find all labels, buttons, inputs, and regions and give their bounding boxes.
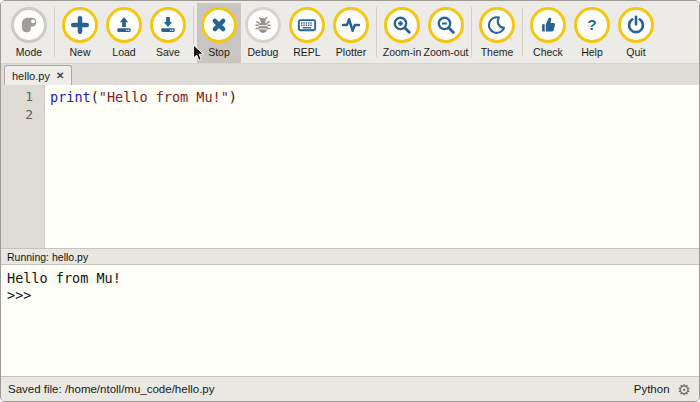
upload-icon <box>106 7 142 43</box>
gear-icon[interactable]: ⚙ <box>678 382 691 397</box>
toolbar-button-label: Theme <box>481 46 514 58</box>
plain-token: ) <box>229 89 237 105</box>
toolbar-button-mode[interactable]: Mode <box>7 3 51 63</box>
toolbar-button-label: Load <box>112 46 135 58</box>
toolbar-button-label: Check <box>533 46 563 58</box>
plus-icon <box>62 7 98 43</box>
toolbar-button-label: Zoom-out <box>424 46 469 58</box>
mode-indicator: Python <box>634 383 670 395</box>
toolbar-button-label: Stop <box>208 46 230 58</box>
mu-editor-window: ModeNewLoadSaveStopDebugREPLPlotterZoom-… <box>0 0 700 402</box>
toolbar-separator <box>471 7 472 57</box>
tab-hello-py[interactable]: hello.py ✕ <box>4 65 72 85</box>
toolbar-button-plotter[interactable]: Plotter <box>329 3 373 63</box>
toolbar-group: Zoom-inZoom-out <box>380 3 468 63</box>
toolbar-button-label: Zoom-in <box>383 46 422 58</box>
running-header: Running: hello.py <box>1 248 699 265</box>
toolbar-group: Check?HelpQuit <box>526 3 658 63</box>
toolbar: ModeNewLoadSaveStopDebugREPLPlotterZoom-… <box>1 1 699 63</box>
toolbar-button-label: Mode <box>16 46 42 58</box>
thumbs-up-icon <box>530 7 566 43</box>
toolbar-button-quit[interactable]: Quit <box>614 3 658 63</box>
string-token: "Hello from Mu!" <box>99 89 229 105</box>
toolbar-separator <box>54 7 55 57</box>
power-icon <box>618 7 654 43</box>
keyboard-icon <box>289 7 325 43</box>
running-label: Running: hello.py <box>7 251 88 263</box>
code-line: print("Hello from Mu!") <box>50 88 699 106</box>
toolbar-button-load[interactable]: Load <box>102 3 146 63</box>
toolbar-button-label: Save <box>156 46 180 58</box>
line-number: 2 <box>1 106 33 124</box>
code-editor[interactable]: 12 print("Hello from Mu!") <box>1 85 699 248</box>
zoom-in-icon <box>384 7 420 43</box>
output-line: >>> <box>7 287 699 304</box>
tab-label: hello.py <box>12 70 50 82</box>
bug-icon <box>245 7 281 43</box>
code-area[interactable]: print("Hello from Mu!") <box>45 85 699 248</box>
toolbar-button-label: Quit <box>626 46 645 58</box>
toolbar-button-zoom-in[interactable]: Zoom-in <box>380 3 424 63</box>
mouse-cursor <box>192 44 205 67</box>
toolbar-button-label: Help <box>581 46 603 58</box>
keyword-token: print <box>50 89 91 105</box>
toolbar-separator <box>522 7 523 57</box>
moon-icon <box>479 7 515 43</box>
tab-bar: hello.py ✕ <box>1 63 699 85</box>
toolbar-button-repl[interactable]: REPL <box>285 3 329 63</box>
tab-close-icon[interactable]: ✕ <box>56 71 64 81</box>
svg-text:?: ? <box>587 16 596 33</box>
question-icon: ? <box>574 7 610 43</box>
stop-x-icon <box>201 7 237 43</box>
toolbar-button-save[interactable]: Save <box>146 3 190 63</box>
toolbar-button-label: Plotter <box>336 46 366 58</box>
toolbar-button-debug: Debug <box>241 3 285 63</box>
toolbar-button-label: New <box>69 46 90 58</box>
repl-output[interactable]: Hello from Mu!>>> <box>1 265 699 376</box>
toolbar-button-theme[interactable]: Theme <box>475 3 519 63</box>
status-bar: Saved file: /home/ntoll/mu_code/hello.py… <box>1 376 699 401</box>
toolbar-group: Mode <box>7 3 51 63</box>
toolbar-separator <box>376 7 377 57</box>
code-line <box>50 106 699 124</box>
pulse-icon <box>333 7 369 43</box>
toolbar-button-zoom-out[interactable]: Zoom-out <box>424 3 468 63</box>
zoom-out-icon <box>428 7 464 43</box>
saved-file-label: Saved file: /home/ntoll/mu_code/hello.py <box>8 383 214 395</box>
toolbar-group: Theme <box>475 3 519 63</box>
toolbar-button-check[interactable]: Check <box>526 3 570 63</box>
download-icon <box>150 7 186 43</box>
plain-token: ( <box>91 89 99 105</box>
toolbar-group: NewLoadSave <box>58 3 190 63</box>
mu-logo-icon <box>11 7 47 43</box>
toolbar-button-label: REPL <box>293 46 320 58</box>
line-number-gutter: 12 <box>1 85 45 248</box>
line-number: 1 <box>1 88 33 106</box>
toolbar-button-label: Debug <box>248 46 279 58</box>
toolbar-group: StopDebugREPLPlotter <box>197 3 373 63</box>
toolbar-button-help[interactable]: ?Help <box>570 3 614 63</box>
output-line: Hello from Mu! <box>7 270 699 287</box>
toolbar-button-new[interactable]: New <box>58 3 102 63</box>
